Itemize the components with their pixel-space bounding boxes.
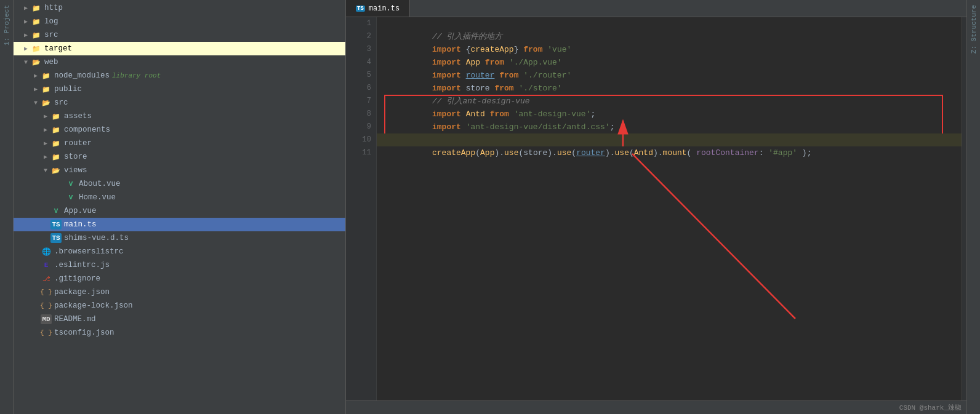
tree-item-http[interactable]: ▶ 📁 http — [14, 1, 345, 15]
ts-icon-tab: TS — [356, 6, 365, 12]
vue-icon-home: V — [65, 193, 76, 202]
tree-label-browserslistrc: .browserslistrc — [54, 247, 124, 256]
editor-tabs: TS main.ts — [346, 0, 966, 17]
code-editor: TS main.ts 1 2 3 4 5 6 7 8 9 10 11 — [346, 0, 966, 414]
line-num-6: 6 — [351, 82, 371, 95]
tree-item-main-ts[interactable]: ▶ TS main.ts — [14, 218, 345, 231]
folder-icon-store: 📁 — [50, 152, 62, 162]
tree-item-web[interactable]: ▼ 📂 web — [14, 55, 345, 69]
vue-icon-app: V — [50, 206, 62, 216]
tree-arrow-http: ▶ — [21, 4, 31, 12]
project-tab[interactable]: 1: Project — [0, 0, 14, 414]
browser-icon-browserslistrc: 🌐 — [41, 247, 52, 257]
tree-arrow-assets: ▶ — [41, 113, 50, 120]
tree-item-home-vue[interactable]: ▶ V Home.vue — [14, 191, 345, 204]
tree-arrow-src-web: ▼ — [31, 100, 41, 106]
tree-label-about-vue: About.vue — [79, 180, 121, 188]
editor-tab-label: main.ts — [369, 4, 400, 13]
tree-arrow-target: ▶ — [21, 45, 31, 52]
tree-item-target[interactable]: ▶ 📁 target — [14, 42, 345, 55]
json-icon-tsconfig: { } — [41, 328, 52, 338]
folder-icon-node-modules: 📁 — [41, 71, 52, 81]
line-num-5: 5 — [351, 69, 371, 82]
folder-icon-components: 📁 — [50, 125, 62, 135]
file-tree-sidebar: ▶ 📁 http ▶ 📁 log ▶ 📁 src ▶ — [14, 0, 346, 414]
tree-label-eslintrc: .eslintrc.js — [54, 261, 110, 269]
project-tab-label: 1: Project — [3, 0, 10, 50]
tree-label-web: web — [44, 58, 58, 66]
structure-tab[interactable]: Z: Structure — [966, 0, 980, 414]
tree-item-components[interactable]: ▶ 📁 components — [14, 123, 345, 137]
tree-item-router[interactable]: ▶ 📁 router — [14, 137, 345, 150]
tree-label-views: views — [64, 166, 87, 175]
tree-item-package-lock-json[interactable]: ▶ { } package-lock.json — [14, 299, 345, 312]
tree-item-store[interactable]: ▶ 📁 store — [14, 150, 345, 164]
tree-item-assets[interactable]: ▶ 📁 assets — [14, 109, 345, 123]
tree-item-readme[interactable]: ▶ MD README.md — [14, 312, 345, 326]
json-icon-package: { } — [41, 287, 52, 297]
tree-arrow-node-modules: ▶ — [31, 72, 41, 79]
tree-arrow-components: ▶ — [41, 126, 50, 133]
tree-label-log: log — [44, 17, 58, 26]
tree-item-node-modules[interactable]: ▶ 📁 node_modules library root — [14, 69, 345, 82]
tree-arrow-store: ▶ — [41, 153, 50, 161]
tree-label-package-json: package.json — [54, 288, 110, 297]
tree-item-app-vue[interactable]: ▶ V App.vue — [14, 204, 345, 218]
folder-icon-router: 📁 — [50, 138, 62, 148]
folder-icon-target: 📁 — [31, 44, 42, 54]
tree-item-eslintrc[interactable]: ▶ E .eslintrc.js — [14, 258, 345, 272]
tree-label-src-root: src — [44, 31, 58, 39]
code-content[interactable]: // 引入插件的地方 import {createApp} from 'vue'… — [377, 17, 962, 400]
tree-label-store: store — [64, 153, 87, 161]
folder-icon-assets: 📁 — [50, 111, 62, 121]
code-line-3: import App from './App.vue' — [377, 43, 962, 56]
tree-item-log[interactable]: ▶ 📁 log — [14, 15, 345, 28]
code-line-8: import 'ant-design-vue/dist/antd.css'; — [377, 108, 962, 121]
minimap — [962, 17, 966, 400]
tree-item-public[interactable]: ▶ 📁 public — [14, 82, 345, 96]
folder-icon-public: 📁 — [41, 84, 52, 94]
tree-item-gitignore[interactable]: ▶ ⎇ .gitignore — [14, 272, 345, 285]
line-num-1: 1 — [351, 17, 371, 30]
code-line-9 — [377, 121, 962, 133]
status-bar: CSDN @shark_辣椒 — [346, 400, 966, 414]
tree-label-main-ts: main.ts — [64, 220, 97, 229]
folder-icon-src-web: 📂 — [41, 98, 52, 108]
line-num-9: 9 — [351, 121, 371, 133]
tree-label-gitignore: .gitignore — [54, 274, 100, 283]
file-tree: ▶ 📁 http ▶ 📁 log ▶ 📁 src ▶ — [14, 0, 345, 414]
git-icon-gitignore: ⎇ — [41, 274, 52, 284]
code-line-2: import {createApp} from 'vue' — [377, 30, 962, 43]
tree-item-browserslistrc[interactable]: ▶ 🌐 .browserslistrc — [14, 245, 345, 258]
line-num-4: 4 — [351, 56, 371, 69]
tree-item-src-root[interactable]: ▶ 📁 src — [14, 28, 345, 42]
tree-label-target: target — [44, 44, 72, 53]
copyright-text: CSDN @shark_辣椒 — [899, 403, 962, 412]
code-line-5: import store from './store' — [377, 69, 962, 82]
tree-item-views[interactable]: ▼ 📂 views — [14, 164, 345, 177]
tree-item-shims-vue[interactable]: ▶ TS shims-vue.d.ts — [14, 231, 345, 245]
tree-label-assets: assets — [64, 112, 92, 121]
json-icon-package-lock: { } — [41, 301, 52, 311]
tree-item-tsconfig[interactable]: ▶ { } tsconfig.json — [14, 326, 345, 340]
line-num-7: 7 — [351, 95, 371, 108]
vue-icon-about: V — [65, 179, 76, 189]
folder-icon-views: 📂 — [50, 165, 62, 175]
tree-label-app-vue: App.vue — [64, 207, 97, 215]
tree-label-src-web: src — [54, 98, 68, 107]
line-num-2: 2 — [351, 30, 371, 43]
tree-label-shims-vue: shims-vue.d.ts — [64, 234, 129, 242]
editor-tab-main-ts[interactable]: TS main.ts — [346, 0, 410, 17]
tree-arrow-log: ▶ — [21, 18, 31, 25]
tree-item-about-vue[interactable]: ▶ V About.vue — [14, 177, 345, 191]
tree-arrow-web: ▼ — [21, 59, 31, 66]
folder-icon-http: 📁 — [31, 3, 42, 13]
tree-label-node-modules: node_modules — [54, 71, 110, 80]
tree-item-src-web[interactable]: ▼ 📂 src — [14, 96, 345, 109]
code-line-7: import Antd from 'ant-design-vue'; — [377, 95, 962, 108]
line-num-11: 11 — [351, 146, 371, 159]
code-line-1: // 引入插件的地方 — [377, 17, 962, 30]
ts-icon-main: TS — [50, 220, 62, 229]
tree-item-package-json[interactable]: ▶ { } package.json — [14, 285, 345, 299]
code-line-4: import router from './router' — [377, 56, 962, 69]
